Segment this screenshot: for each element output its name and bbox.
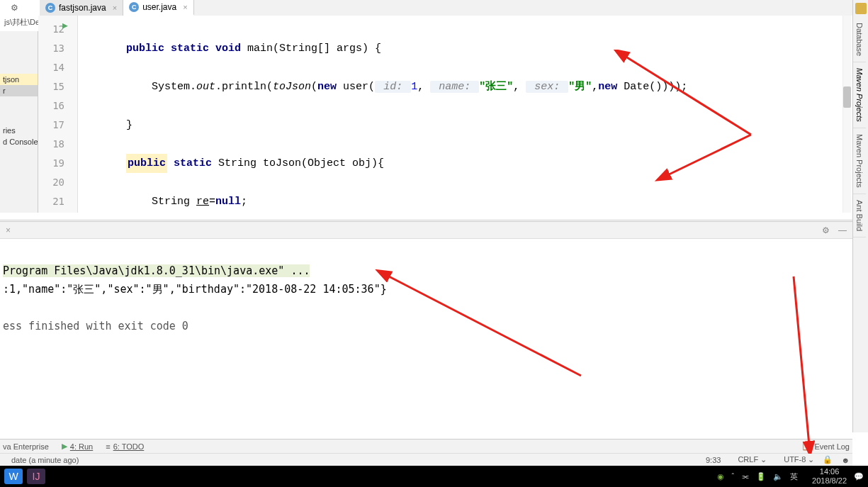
java-class-icon: C <box>45 3 55 13</box>
code-area[interactable]: public static void main(String[] args) {… <box>78 16 851 213</box>
line-separator[interactable]: CRLF ⌄ <box>729 455 767 464</box>
console-line: :1,"name":"张三","sex":"男","birthday":"201… <box>3 283 387 296</box>
cursor-position: 9:33 <box>706 456 721 464</box>
windows-taskbar: W IJ ◉ ˆ ⫘ 🔋 🔈 英 14:062018/8/22 💬 <box>0 466 868 487</box>
gear-icon[interactable]: ⚙ <box>822 225 830 235</box>
app-wps-icon[interactable]: W <box>4 469 23 484</box>
close-icon[interactable]: × <box>183 3 187 11</box>
close-icon[interactable]: × <box>113 4 117 12</box>
run-console: × ⚙ — Program Files\Java\jdk1.8.0_31\bin… <box>0 220 852 432</box>
tree-item[interactable]: ries <box>0 125 38 136</box>
tray-volume-icon[interactable]: 🔈 <box>773 472 783 481</box>
tab-user[interactable]: C user.java × <box>123 0 193 16</box>
console-exit: ess finished with exit code 0 <box>3 320 188 332</box>
file-encoding[interactable]: UTF-8 ⌄ <box>775 455 814 464</box>
tree-item[interactable]: d Console <box>0 136 38 147</box>
close-icon[interactable]: × <box>6 225 11 235</box>
tray-battery-icon[interactable]: 🔋 <box>756 472 766 481</box>
run-gutter-icon[interactable]: ▶ <box>62 20 68 30</box>
tray-notifications-icon[interactable]: 💬 <box>854 472 864 481</box>
code-text: System. <box>126 81 196 93</box>
lock-icon[interactable]: 🔒 <box>823 455 833 464</box>
console-output[interactable]: Program Files\Java\jdk1.8.0_31\bin\java.… <box>0 239 852 358</box>
breadcrumb: js\邦杜\De <box>0 16 44 29</box>
project-panel-fragment: tjson r ries d Console <box>0 31 38 213</box>
database-icon[interactable] <box>855 3 867 14</box>
gear-icon[interactable]: ⚙ <box>4 3 24 13</box>
console-header: × ⚙ — <box>0 222 852 239</box>
tab-label: user.java <box>142 2 176 12</box>
java-class-icon: C <box>129 2 139 12</box>
maven-tool-label[interactable]: Maven Projects <box>853 128 866 194</box>
minimize-icon[interactable]: — <box>838 225 847 235</box>
status-message: date (a minute ago) <box>11 456 79 464</box>
status-bar: date (a minute ago) 9:33 CRLF ⌄ UTF-8 ⌄ … <box>0 453 852 466</box>
java-ee-tool[interactable]: va Enterprise <box>3 442 49 451</box>
tree-item[interactable]: tjson <box>0 74 38 85</box>
run-tool[interactable]: ▶4: Run <box>62 442 93 451</box>
tab-label: fastjson.java <box>59 3 106 13</box>
tab-fastjson[interactable]: C fastjson.java × <box>40 0 123 16</box>
tray-globe-icon[interactable]: ◉ <box>717 472 724 481</box>
todo-tool[interactable]: ≡ 6: TODO <box>106 442 144 451</box>
app-intellij-icon[interactable]: IJ <box>27 469 45 484</box>
editor-tabs: ⚙ C fastjson.java × C user.java × <box>40 0 868 16</box>
taskbar-clock[interactable]: 14:062018/8/22 <box>812 467 847 486</box>
console-cmd: Program Files\Java\jdk1.8.0_31\bin\java.… <box>3 264 310 277</box>
tool-window-bar: va Enterprise ▶4: Run ≡ 6: TODO 📋 Event … <box>0 439 852 453</box>
right-toolbar: Database Maven Projects Maven Projects A… <box>852 0 868 432</box>
code-editor[interactable]: ▶ 12131415 16171819 2021 public static v… <box>38 16 851 213</box>
event-log-tool[interactable]: 📋 Event Log <box>801 442 850 451</box>
tray-chevron-icon[interactable]: ˆ <box>731 472 734 481</box>
ant-tool[interactable]: Ant Build <box>853 194 866 237</box>
database-tool[interactable]: Database <box>853 17 866 62</box>
system-tray: ◉ ˆ ⫘ 🔋 🔈 英 14:062018/8/22 💬 <box>717 467 864 486</box>
maven-tool[interactable]: Maven Projects <box>853 62 866 128</box>
line-gutter: ▶ 12131415 16171819 2021 <box>38 16 78 213</box>
tray-wifi-icon[interactable]: ⫘ <box>741 472 749 481</box>
tray-ime[interactable]: 英 <box>790 471 798 482</box>
editor-scrollbar[interactable] <box>842 16 851 213</box>
inspector-icon[interactable]: ☻ <box>841 456 850 464</box>
tree-item[interactable]: r <box>0 85 38 96</box>
